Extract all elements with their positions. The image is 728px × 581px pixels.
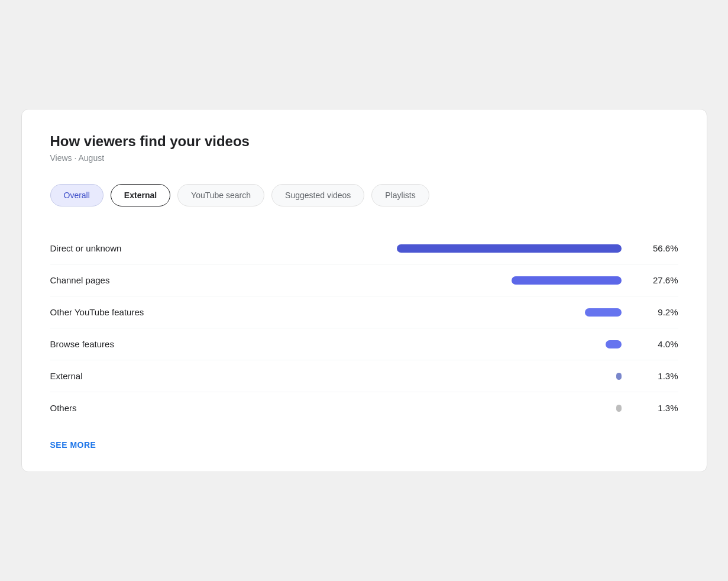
row-label: External	[50, 371, 204, 381]
row-value: 27.6%	[636, 275, 678, 285]
filter-btn-external[interactable]: External	[111, 184, 170, 206]
filter-btn-youtube-search[interactable]: YouTube search	[177, 184, 264, 206]
bar	[397, 244, 622, 253]
filter-btn-overall[interactable]: Overall	[50, 184, 103, 206]
see-more-button[interactable]: SEE MORE	[50, 440, 96, 450]
bar-container	[204, 276, 636, 285]
table-row: Browse features4.0%	[50, 328, 678, 360]
data-rows: Direct or unknown56.6%Channel pages27.6%…	[50, 233, 678, 424]
row-value: 1.3%	[636, 371, 678, 381]
bar	[606, 340, 622, 348]
filter-btn-suggested-videos[interactable]: Suggested videos	[271, 184, 364, 206]
card-title: How viewers find your videos	[50, 133, 678, 150]
row-value: 4.0%	[636, 339, 678, 349]
row-label: Direct or unknown	[50, 243, 204, 253]
row-label: Channel pages	[50, 275, 204, 285]
table-row: Channel pages27.6%	[50, 264, 678, 296]
table-row: Others1.3%	[50, 392, 678, 424]
table-row: External1.3%	[50, 360, 678, 392]
row-label: Others	[50, 403, 204, 413]
table-row: Direct or unknown56.6%	[50, 233, 678, 264]
row-label: Other YouTube features	[50, 307, 204, 317]
bar-container	[204, 308, 636, 317]
bar	[585, 308, 622, 317]
card-subtitle: Views · August	[50, 153, 678, 163]
bar	[616, 405, 622, 412]
main-card: How viewers find your videos Views · Aug…	[21, 109, 707, 472]
bar-container	[204, 244, 636, 253]
bar-container	[204, 373, 636, 380]
bar	[512, 276, 621, 285]
row-value: 56.6%	[636, 243, 678, 253]
table-row: Other YouTube features9.2%	[50, 296, 678, 328]
bar	[616, 373, 622, 380]
bar-container	[204, 405, 636, 412]
bar-container	[204, 340, 636, 348]
row-label: Browse features	[50, 339, 204, 349]
filter-btn-playlists[interactable]: Playlists	[371, 184, 429, 206]
filter-tabs: OverallExternalYouTube searchSuggested v…	[50, 184, 678, 206]
row-value: 1.3%	[636, 403, 678, 413]
row-value: 9.2%	[636, 307, 678, 317]
